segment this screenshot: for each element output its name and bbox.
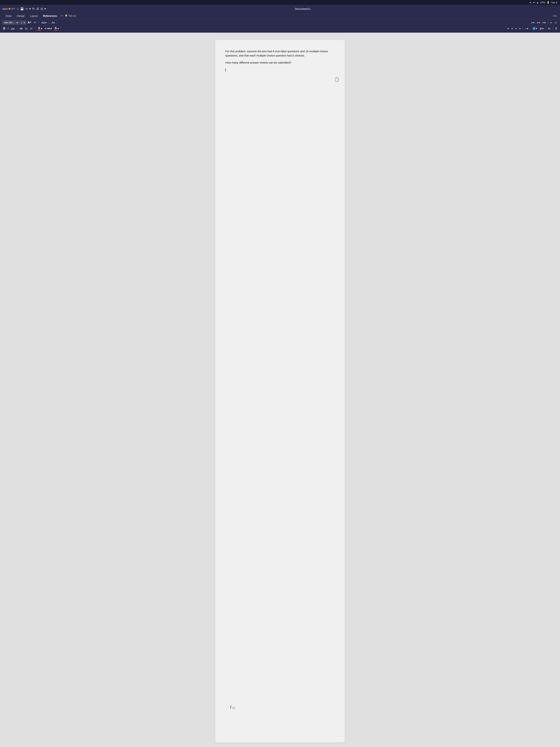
text-highlight-arrow: ▾ (58, 27, 59, 30)
bold-button[interactable]: B (2, 26, 6, 31)
undo-arrow: ▾ (29, 7, 31, 10)
battery-level: 37% (540, 1, 545, 4)
share-button[interactable]: Sha (553, 15, 557, 17)
paste-clipboard-icon[interactable]: 📋 (334, 77, 339, 82)
underline-button[interactable]: U ▾ (10, 26, 16, 31)
div7: | (545, 27, 546, 30)
paint-arrow: ▾ (536, 27, 537, 30)
shrink-font-label: A^ (34, 21, 36, 24)
indent-icon: ⇒ (555, 21, 557, 24)
line-height-button[interactable]: ↕ ▾ (524, 26, 529, 31)
bullet-list-button[interactable]: ≡ ▾ (530, 21, 535, 25)
toolbar-row-1: alibri (Bo... 12 A^ A^ | Aa ▾ | Ao (1, 20, 559, 25)
subscript-button[interactable]: X₂ (24, 26, 29, 31)
cursor-line-3 (232, 709, 235, 709)
undo-icon[interactable]: ↩ (25, 7, 28, 10)
signal-icon: ▲ (536, 1, 539, 4)
redo-icon[interactable]: ↻ (32, 7, 35, 10)
document-title: Document11 (48, 7, 558, 10)
cursor-line-2 (232, 708, 235, 708)
italic-button[interactable]: I (7, 26, 9, 31)
more-tabs[interactable]: >> (60, 15, 63, 17)
justify-button[interactable]: ≡ (518, 26, 522, 31)
align-left-button[interactable]: ≡ (506, 26, 510, 31)
misc-section: 🪣 ▾ ⊞ ▾ | A↓ | ¶ (531, 26, 559, 31)
highlight-button[interactable]: ✏ ▾ (44, 26, 53, 31)
div3: | (547, 21, 549, 24)
paint-bucket-icon: 🪣 (532, 27, 536, 30)
font-color-swatch (37, 30, 41, 31)
pencil-icon: ✏ (45, 27, 47, 30)
current-time: Tue 2: (551, 1, 558, 4)
strikethrough-button[interactable]: ab (19, 26, 24, 31)
clear-format-button[interactable]: Ao (51, 21, 56, 25)
align-center-button[interactable]: ≡ (510, 26, 514, 31)
autofit-label: Aa (42, 21, 45, 24)
line-spacing-icon: ≡ (542, 21, 544, 24)
more-icon[interactable]: ▾ (45, 7, 46, 10)
shrink-font-button[interactable]: A^ (33, 21, 37, 24)
div5: | (34, 27, 36, 30)
tab-layout[interactable]: Layout (27, 14, 41, 19)
div4: | (16, 27, 18, 30)
cursor-area: I (230, 705, 235, 709)
font-color-button[interactable]: A ▾ (37, 26, 43, 31)
bullet-arrow: ▾ (533, 21, 534, 24)
paragraph-2: How many different answer sheets can be … (225, 60, 335, 65)
autofit-arrow: ▾ (45, 21, 47, 24)
sort-button[interactable]: A↓ (547, 26, 552, 31)
indent-button[interactable]: ⇒ (554, 21, 558, 25)
save-disk-icon[interactable]: 💾 (20, 7, 24, 10)
text-highlight-color-button[interactable]: A ▾ (53, 26, 60, 31)
document-area: For this problem, assume the test had 8 … (0, 33, 560, 747)
tell-me[interactable]: 💡 Tell me (64, 15, 76, 17)
paragraph-section-2: ≡ ≡ ≡ ≡ | ↕ ▾ (506, 26, 530, 31)
save-status-dot (8, 8, 10, 10)
cursor-line-1 (232, 707, 235, 707)
number-arrow: ▾ (539, 21, 540, 24)
outdent-button[interactable]: ⇐ (549, 21, 553, 25)
text-color-swatch2 (54, 30, 57, 31)
tab-design[interactable]: Design (14, 14, 28, 19)
pilcrow-icon: ¶ (555, 27, 557, 30)
bluetooth-icon: ✳ (529, 1, 532, 4)
font-family-select[interactable]: alibri (Bo... (2, 21, 19, 25)
save-state: OFF (11, 7, 15, 10)
tab-references[interactable]: References (41, 14, 60, 19)
justify-icon: ≡ (519, 27, 521, 30)
superscript-button[interactable]: x² (29, 26, 33, 31)
home-icon[interactable]: ⌂ (17, 7, 19, 10)
align-right-icon: ≡ (515, 27, 517, 30)
tell-me-label: Tell me (68, 15, 76, 17)
tab-draw[interactable]: Draw (3, 14, 14, 19)
toolbar-row-2: B I U ▾ | ab X₂ x² | A (1, 26, 559, 31)
outdent-icon: ⇐ (550, 21, 552, 24)
div8: | (553, 27, 554, 30)
print-icon[interactable]: 🖨 (36, 7, 39, 10)
view-icon[interactable]: ⊡ (41, 7, 43, 10)
spacing-arrow: ▾ (544, 21, 545, 24)
font-size-select[interactable]: 12 (20, 21, 26, 25)
line-spacing-button[interactable]: ≡ ▾ (541, 21, 546, 25)
autofit-button[interactable]: Aa ▾ (41, 21, 47, 25)
subscript-label: X₂ (25, 27, 28, 30)
title-bar: Save OFF ⌂ 💾 ↩ ▾ ↻ 🖨 ⊡ ▾ Document11 (0, 5, 560, 12)
number-list-button[interactable]: ≡ ▾ (536, 21, 541, 25)
bold-label: B (3, 27, 5, 30)
table-icon: ⊞ (540, 27, 542, 30)
document-page[interactable]: For this problem, assume the test had 8 … (215, 40, 345, 743)
align-right-button[interactable]: ≡ (514, 26, 517, 31)
table-arrow: ▾ (542, 27, 543, 30)
show-formatting-button[interactable]: ¶ (555, 26, 558, 31)
table-button[interactable]: ⊞ ▾ (539, 26, 544, 31)
save-button[interactable]: Save OFF (2, 7, 15, 10)
paint-bucket-button[interactable]: 🪣 ▾ (532, 26, 538, 31)
cursor-lines (232, 707, 235, 709)
divider2: | (48, 21, 50, 24)
underline-label: U (11, 27, 13, 30)
ribbon-tabs: Draw Design Layout References >> 💡 Tell … (0, 12, 560, 19)
grow-font-button[interactable]: A^ (27, 20, 32, 25)
line-height-arrow: ▾ (527, 27, 528, 30)
highlight-arrow: ▾ (51, 27, 52, 30)
superscript-label: x² (30, 27, 32, 30)
